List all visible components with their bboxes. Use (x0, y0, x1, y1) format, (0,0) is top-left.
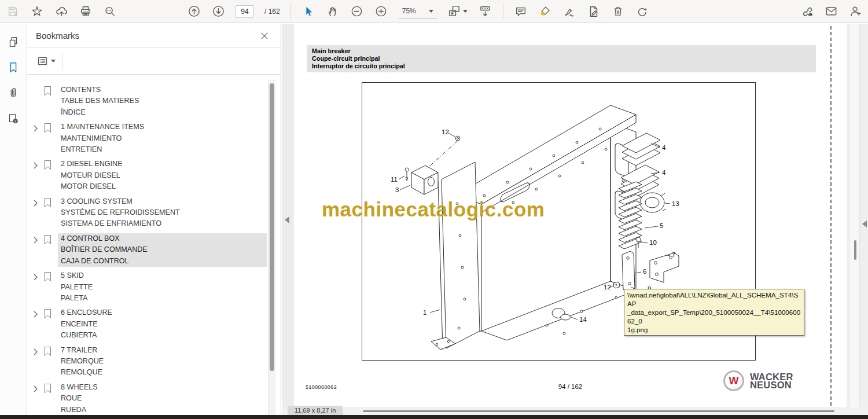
header-line: Coupe-circuit principal (312, 55, 811, 63)
bookmark-line[interactable]: 3 COOLING SYSTEM (61, 196, 263, 207)
bookmark-item-maintenance[interactable]: 1 MAINTENANCE ITEMS MANTENIMIENTO ENTRET… (27, 122, 267, 159)
bookmark-item-enclosure[interactable]: 6 ENCLOSURE ENCEINTE CUBIERTA (27, 307, 267, 344)
bookmarks-panel: Bookmarks CONTENTS TABLE DES MATIERES ÍN… (26, 24, 281, 415)
bookmark-line[interactable]: 7 TRAILER (61, 345, 263, 356)
bookmark-line[interactable]: SISTEMA DE ENFRIAMIENTO (61, 218, 263, 229)
bookmark-line[interactable]: BOÎTIER DE COMMANDE (61, 244, 263, 255)
trash-icon[interactable] (611, 5, 625, 19)
model-tree-icon[interactable]: i (0, 106, 26, 131)
bookmark-line[interactable]: RUEDA (61, 405, 263, 415)
bookmark-line[interactable]: ROUE (61, 393, 263, 404)
bookmark-line[interactable]: 6 ENCLOSURE (61, 307, 263, 318)
bookmark-line[interactable]: 4 CONTROL BOX (61, 233, 263, 244)
bookmark-icon (43, 122, 58, 155)
comment-icon[interactable] (514, 5, 528, 19)
zoom-out-icon[interactable] (350, 5, 364, 19)
bookmark-line[interactable]: CAJA DE CONTROL (61, 256, 263, 267)
share-link-icon[interactable] (800, 5, 814, 19)
search-icon[interactable] (103, 5, 117, 19)
highlighter-icon[interactable] (538, 5, 552, 19)
header-line: Interruptor de circuito principal (312, 63, 811, 70)
bookmark-line[interactable]: REMOLQUE (61, 367, 263, 378)
bookmark-line[interactable]: TABLE DES MATIERES (61, 95, 263, 106)
bookmark-line[interactable]: ENTRETIEN (61, 144, 263, 155)
zoom-level-dropdown[interactable]: 75% (399, 5, 437, 19)
previous-page-icon[interactable] (187, 5, 201, 19)
bookmark-line[interactable]: PALETTE (61, 282, 263, 293)
bookmark-icon (43, 270, 58, 304)
bookmark-line[interactable]: 8 WHEELS (61, 382, 263, 393)
bookmark-line[interactable]: ENCEINTE (61, 319, 263, 330)
page-scrolling-icon[interactable] (479, 5, 492, 19)
part-number-label: 3 (395, 186, 399, 193)
bookmarks-panel-icon[interactable] (0, 55, 26, 80)
bookmark-line[interactable]: 2 DIESEL ENGINE (61, 159, 263, 170)
attachments-icon[interactable] (0, 80, 26, 106)
zoom-in-icon[interactable] (374, 5, 388, 19)
bookmark-icon (43, 307, 58, 341)
bookmark-item-trailer[interactable]: 7 TRAILER REMORQUE REMOLQUE (27, 345, 267, 382)
toolbar: / 162 75% (0, 0, 868, 23)
bookmark-line[interactable]: MANTENIMIENTO (61, 133, 263, 144)
scrollbar-thumb[interactable] (270, 83, 274, 371)
bookmark-item-wheels[interactable]: 8 WHEELS ROUE RUEDA (27, 382, 267, 415)
next-page-icon[interactable] (211, 5, 225, 19)
part-number-label: 1 (423, 309, 426, 316)
chevron-down-icon (51, 60, 56, 63)
bookmark-line[interactable]: CUBIERTA (61, 330, 263, 341)
bookmark-line[interactable]: CONTENTS (61, 84, 263, 95)
page-count-label: / 162 (264, 8, 280, 16)
chevron-right-icon[interactable] (34, 196, 43, 230)
close-icon[interactable] (258, 29, 271, 43)
chevron-right-icon[interactable] (34, 122, 43, 155)
select-tool-icon[interactable] (301, 5, 315, 19)
bookmark-line[interactable]: REMORQUE (61, 356, 263, 367)
email-icon[interactable] (824, 5, 838, 19)
chevron-right-icon[interactable] (34, 307, 43, 341)
bookmark-item-contents[interactable]: CONTENTS TABLE DES MATIERES ÍNDICE (27, 84, 267, 122)
bookmark-item-skid[interactable]: 5 SKID PALETTE PALETA (27, 270, 267, 307)
sign-pen-icon[interactable] (562, 5, 576, 19)
print-icon[interactable] (79, 5, 93, 19)
hand-tool-icon[interactable] (326, 5, 340, 19)
chevron-right-icon[interactable] (34, 345, 43, 378)
bookmark-options-icon[interactable] (34, 54, 51, 68)
bookmark-item-diesel-engine[interactable]: 2 DIESEL ENGINE MOTEUR DIESEL MOTOR DIES… (27, 159, 267, 196)
bookmark-item-control-box[interactable]: 4 CONTROL BOX BOÎTIER DE COMMANDE CAJA D… (27, 233, 267, 270)
rotate-icon[interactable] (635, 5, 649, 19)
bookmark-line[interactable]: PALETA (61, 293, 263, 304)
save-icon[interactable] (6, 5, 20, 19)
header-line: Main breaker (312, 47, 811, 55)
page-thumbnails-icon[interactable] (0, 30, 26, 55)
bookmark-line[interactable]: 1 MAINTENANCE ITEMS (61, 122, 263, 133)
bookmarks-scrollbar[interactable] (268, 80, 275, 415)
pdf-page: Main breaker Coupe-circuit principal Int… (294, 24, 847, 407)
star-icon[interactable] (30, 5, 44, 19)
page-number-input[interactable] (236, 5, 254, 18)
collapse-pane-arrow[interactable] (862, 220, 867, 227)
part-number-label: 12 (442, 128, 449, 135)
bookmark-line[interactable]: SYSTÈME DE REFROIDISSEMENT (61, 207, 263, 218)
add-user-icon[interactable] (848, 5, 862, 19)
bookmark-line[interactable]: MOTOR DIESEL (61, 181, 263, 192)
page-edit-icon[interactable] (587, 5, 601, 19)
bookmark-icon (43, 84, 58, 118)
chevron-placeholder (34, 84, 43, 118)
cloud-upload-icon[interactable] (54, 5, 68, 19)
bookmark-tree: CONTENTS TABLE DES MATIERES ÍNDICE 1 MAI… (27, 80, 267, 415)
bookmark-line[interactable]: 5 SKID (61, 270, 263, 281)
chevron-right-icon[interactable] (34, 270, 43, 304)
tooltip-line: _data_export_SP_Temp\200_5100050024__T4\… (627, 308, 801, 325)
part-number-label: 6 (643, 268, 646, 275)
page-fit-dropdown[interactable] (447, 5, 468, 19)
bookmark-line[interactable]: MOTEUR DIESEL (61, 170, 263, 181)
bookmark-line[interactable]: ÍNDICE (61, 107, 263, 118)
bookmark-item-cooling-system[interactable]: 3 COOLING SYSTEM SYSTÈME DE REFROIDISSEM… (27, 196, 267, 233)
scrollbar-thumb[interactable] (854, 240, 856, 260)
chevron-right-icon[interactable] (34, 233, 43, 267)
vertical-scrollbar[interactable] (849, 24, 860, 407)
horizontal-scrollbar-thumb[interactable] (363, 410, 834, 412)
chevron-right-icon[interactable] (34, 159, 43, 192)
chevron-right-icon[interactable] (34, 382, 43, 415)
collapse-panel-arrow[interactable] (285, 216, 289, 223)
